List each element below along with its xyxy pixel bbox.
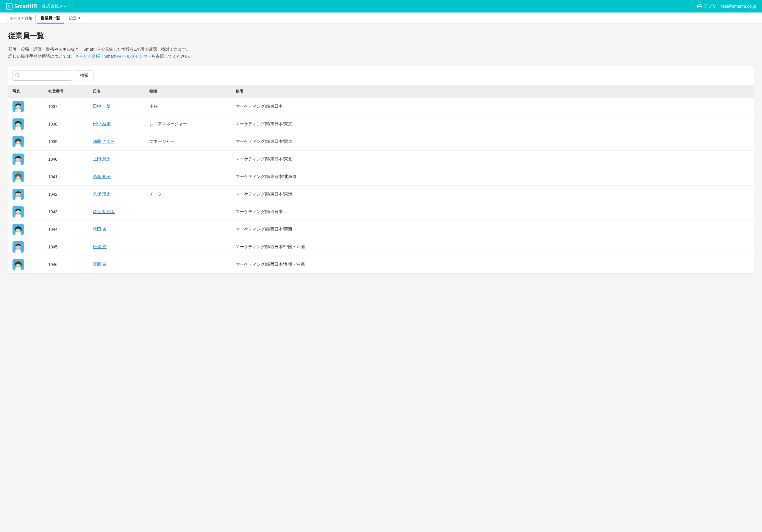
employee-name-link[interactable]: 加藤 さくら	[93, 139, 115, 144]
cell-employee-id: 1037	[44, 98, 89, 115]
cell-position	[145, 256, 232, 273]
table-row: 1042 久保 瑛太 チーフ マーケティング部/東日本/東海	[8, 185, 754, 203]
table-row: 1038 田中 結菜 シニアマネージャー マーケティング部/東日本/東京	[8, 115, 754, 133]
avatar[interactable]	[13, 101, 24, 112]
cell-position	[145, 150, 232, 168]
svg-rect-19	[16, 179, 21, 182]
cell-department: マーケティング部/東日本/関東	[232, 133, 754, 150]
avatar[interactable]	[13, 118, 24, 130]
cell-employee-id: 1040	[44, 150, 89, 168]
table-row: 1044 柴田 杏 マーケティング部/西日本/関西	[8, 221, 754, 238]
table-row: 1039 加藤 さくら マネージャー マーケティング部/東日本/関東	[8, 133, 754, 150]
tab-employees[interactable]: 従業員一覧	[37, 13, 64, 24]
logo-text: SmartHR	[14, 3, 37, 10]
cell-employee-id: 1043	[44, 203, 89, 221]
th-name: 氏名	[89, 85, 145, 98]
table-row: 1045 松尾 悠 マーケティング部/西日本/中国・四国	[8, 238, 754, 256]
tabs-bar: キャリア台帳 従業員一覧 設定 ▼	[0, 13, 762, 24]
th-position: 役職	[145, 85, 232, 98]
employee-name-link[interactable]: 久保 瑛太	[93, 192, 111, 196]
table-row: 1040 上田 悠太 マーケティング部/東日本/東北	[8, 150, 754, 168]
cell-department: マーケティング部/東日本	[232, 98, 754, 115]
svg-rect-15	[16, 162, 21, 165]
table-row: 1041 高島 裕子 マーケティング部/東日本/北海道	[8, 168, 754, 185]
employee-name-link[interactable]: 上田 悠太	[93, 157, 111, 161]
table-row: 1037 田中 一郎 主任 マーケティング部/東日本	[8, 98, 754, 115]
cell-position: シニアマネージャー	[145, 115, 232, 133]
svg-rect-35	[16, 250, 21, 253]
search-button[interactable]: 検索	[75, 70, 94, 81]
svg-rect-27	[16, 215, 21, 218]
cell-position	[145, 238, 232, 256]
cell-department: マーケティング部/西日本/中国・四国	[232, 238, 754, 256]
chevron-down-icon: ▼	[78, 16, 81, 20]
cell-employee-id: 1038	[44, 115, 89, 133]
content: 従業員一覧 部署・役職・評価・資格やスキルなど、SmartHRで収集した情報を1…	[0, 24, 762, 280]
cell-employee-id: 1039	[44, 133, 89, 150]
cell-employee-id: 1042	[44, 185, 89, 203]
avatar[interactable]	[13, 259, 24, 270]
search-bar: 検索	[8, 66, 754, 85]
toolbox-icon	[697, 4, 702, 8]
header-left: S SmartHR 株式会社スマート	[6, 3, 75, 10]
cell-position	[145, 221, 232, 238]
employee-name-link[interactable]: 松尾 悠	[93, 244, 107, 249]
employee-table: 写真 社員番号 氏名 役職 部署 1037 田中 一郎 主任 マーケティング部/…	[8, 85, 754, 273]
avatar[interactable]	[13, 154, 24, 165]
cell-employee-id: 1045	[44, 238, 89, 256]
cell-position: チーフ	[145, 185, 232, 203]
employee-name-link[interactable]: 高島 裕子	[93, 174, 111, 179]
cell-department: マーケティング部/東日本/東北	[232, 150, 754, 168]
search-icon	[16, 73, 20, 78]
cell-employee-id: 1044	[44, 221, 89, 238]
svg-rect-11	[16, 144, 21, 147]
th-photo: 写真	[8, 85, 44, 98]
search-input-wrapper	[13, 71, 72, 81]
employee-name-link[interactable]: 田中 一郎	[93, 104, 111, 108]
employee-name-link[interactable]: 斎藤 翼	[93, 262, 107, 267]
company-name: 株式会社スマート	[42, 4, 75, 9]
cell-department: マーケティング部/西日本/関西	[232, 221, 754, 238]
page-description: 部署・役職・評価・資格やスキルなど、SmartHRで収集した情報を1か所で確認・…	[8, 46, 754, 60]
avatar[interactable]	[13, 206, 24, 218]
svg-rect-31	[16, 232, 21, 235]
cell-department: マーケティング部/東日本/東京	[232, 115, 754, 133]
table-header-row: 写真 社員番号 氏名 役職 部署	[8, 85, 754, 98]
app-label: アプリ	[704, 4, 717, 9]
logo-icon: S	[6, 3, 13, 10]
help-center-link[interactable]: キャリア台帳｜SmartHR ヘルプセンター	[75, 54, 152, 59]
desc-post: を参照してください。	[152, 54, 193, 59]
cell-position	[145, 203, 232, 221]
desc-line2: 詳しい操作手順や用語については、キャリア台帳｜SmartHR ヘルプセンターを参…	[8, 53, 754, 60]
cell-employee-id: 1046	[44, 256, 89, 273]
employee-list-card: 検索 写真 社員番号 氏名 役職 部署 1037 田中 一郎 主任 マーケティン…	[8, 66, 754, 273]
header-right: アプリ test@smarthr.co.jp	[697, 4, 756, 9]
cell-employee-id: 1041	[44, 168, 89, 185]
desc-pre: 詳しい操作手順や用語については、	[8, 54, 75, 59]
tab-settings-label: 設定	[69, 16, 77, 21]
search-input[interactable]	[13, 71, 72, 81]
avatar[interactable]	[13, 171, 24, 182]
cell-department: マーケティング部/西日本/九州・沖縄	[232, 256, 754, 273]
avatar[interactable]	[13, 189, 24, 200]
tab-settings[interactable]: 設定 ▼	[65, 13, 85, 24]
avatar[interactable]	[13, 224, 24, 235]
app-link[interactable]: アプリ	[697, 4, 717, 9]
avatar[interactable]	[13, 136, 24, 147]
tab-career[interactable]: キャリア台帳	[6, 14, 36, 23]
logo[interactable]: S SmartHR	[6, 3, 37, 10]
user-email[interactable]: test@smarthr.co.jp	[721, 4, 756, 9]
employee-name-link[interactable]: 柴田 杏	[93, 227, 107, 232]
cell-department: マーケティング部/西日本	[232, 203, 754, 221]
table-row: 1043 佐々木 翔太 マーケティング部/西日本	[8, 203, 754, 221]
svg-rect-23	[16, 197, 21, 200]
table-row: 1046 斎藤 翼 マーケティング部/西日本/九州・沖縄	[8, 256, 754, 273]
cell-position: 主任	[145, 98, 232, 115]
cell-department: マーケティング部/東日本/北海道	[232, 168, 754, 185]
svg-rect-3	[16, 109, 21, 112]
employee-name-link[interactable]: 佐々木 翔太	[93, 209, 115, 214]
employee-name-link[interactable]: 田中 結菜	[93, 121, 111, 126]
page-title: 従業員一覧	[8, 31, 754, 40]
avatar[interactable]	[13, 241, 24, 253]
cell-department: マーケティング部/東日本/東海	[232, 185, 754, 203]
